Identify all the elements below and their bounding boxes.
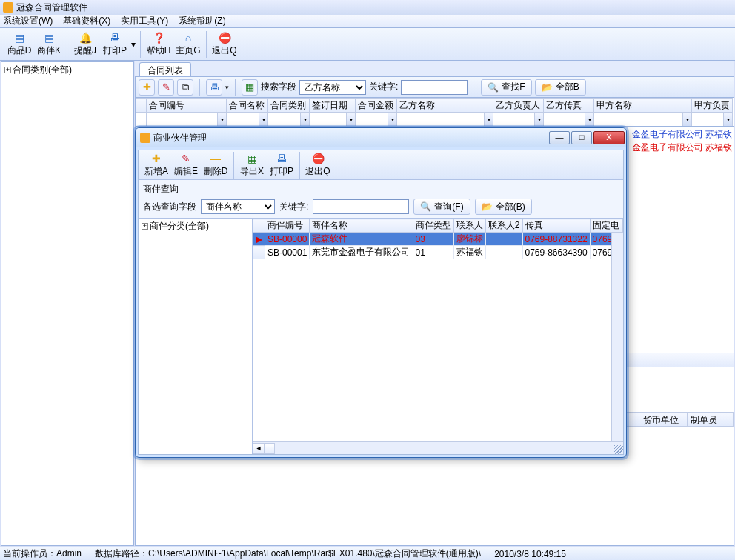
dbpath-label: 数据库路径： (95, 548, 148, 559)
grid-row[interactable]: 金盈电子有限公司 苏福钦 (632, 141, 732, 154)
col-sign-date[interactable]: 签订日期 (310, 99, 356, 113)
resize-grip[interactable] (614, 445, 623, 454)
close-button[interactable]: X (593, 131, 625, 144)
search-field-select[interactable]: 商伴名称 (201, 199, 275, 214)
product-button[interactable]: ▤商品D (4, 30, 34, 59)
status-bar: 当前操作员：Admin 数据库路径：C:\Users\ADMINI~1\AppD… (0, 547, 735, 560)
exit-icon: ⛔ (218, 31, 231, 44)
doc-icon: ▤ (42, 31, 56, 44)
exit-button[interactable]: ⛔退出Q (303, 150, 333, 180)
search-icon: 🔍 (488, 82, 499, 93)
menu-system[interactable]: 系统设置(W) (3, 15, 53, 27)
folder-icon: 📂 (482, 201, 493, 212)
delete-button[interactable]: —删除D (201, 150, 230, 180)
col-contact[interactable]: 联系人 (453, 219, 485, 233)
datetime: 2010/3/8 10:49:15 (494, 549, 566, 559)
col-partner-name[interactable]: 商伴名称 (310, 219, 413, 233)
col-amount[interactable]: 合同金额 (356, 99, 397, 113)
home-button[interactable]: ⌂主页G (173, 30, 203, 59)
edit-icon[interactable]: ✎ (158, 79, 174, 96)
table-row[interactable]: SB-00001 东莞市金盈电子有限公司 01 苏福钦 0769-8663439… (253, 246, 623, 259)
row-indicator: ▶ (253, 233, 265, 246)
remind-button[interactable]: 🔔提醒J (70, 30, 100, 59)
separator (140, 31, 141, 58)
menu-basedata[interactable]: 基础资料(X) (63, 15, 110, 27)
main-toolbar: ▤商品D ▤商伴K 🔔提醒J 🖶打印P ▾ ❓帮助H ⌂主页G ⛔退出Q (0, 28, 735, 61)
keyword-input[interactable] (313, 199, 409, 214)
maximize-button[interactable]: □ (571, 131, 592, 144)
scroll-left[interactable]: ◄ (253, 443, 265, 454)
col-partner-id[interactable]: 商伴编号 (265, 219, 310, 233)
plus-icon: ✚ (150, 152, 163, 165)
tree-root[interactable]: + 合同类别(全部) (1, 62, 133, 78)
tab-row: 合同列表 (135, 61, 734, 76)
expand-icon[interactable]: + (142, 223, 148, 230)
col-party-b-fax[interactable]: 乙方传真 (544, 99, 594, 113)
print-dropdown[interactable]: ▾ (130, 39, 137, 50)
category-tree[interactable]: + 合同类别(全部) (1, 61, 134, 546)
help-icon: ❓ (152, 31, 165, 44)
filter-dropdown[interactable]: ▾ (217, 113, 226, 126)
col-contract-no[interactable]: 合同编号 (147, 99, 227, 113)
scroll-thumb[interactable] (265, 443, 275, 454)
menu-help[interactable]: 系统帮助(Z) (179, 15, 225, 27)
help-button[interactable]: ❓帮助H (144, 30, 173, 59)
tab-contract-list[interactable]: 合同列表 (139, 62, 191, 76)
print-button[interactable]: 🖶打印P (100, 30, 130, 59)
col-partner-type[interactable]: 商伴类型 (413, 219, 453, 233)
print-icon[interactable]: 🖶 (206, 79, 222, 96)
exit-icon: ⛔ (311, 152, 325, 165)
partner-button[interactable]: ▤商伴K (34, 30, 64, 59)
dialog-toolbar: ✚新增A ✎编辑E —删除D ▦导出X 🖶打印P ⛔退出Q (139, 150, 623, 180)
home-icon: ⌂ (182, 31, 195, 44)
col-contact2[interactable]: 联系人2 (485, 219, 522, 233)
query-button[interactable]: 🔍查询(F) (413, 199, 470, 215)
all-button[interactable]: 📂全部(B) (475, 199, 532, 215)
col-fax[interactable]: 传真 (522, 219, 590, 233)
doc-icon: ▤ (13, 31, 26, 44)
minimize-button[interactable]: — (549, 131, 570, 144)
separator (206, 31, 207, 58)
table-row[interactable]: ▶ SB-00000 冠森软件 03 廖锦标 0769-88731322 076… (253, 233, 623, 246)
col-creator[interactable]: 制单员 (688, 413, 734, 426)
pencil-icon: ✎ (179, 152, 193, 165)
horizontal-scrollbar[interactable]: ◄ (253, 441, 623, 454)
partner-grid[interactable]: 商伴编号 商伴名称 商伴类型 联系人 联系人2 传真 固定电 ▶ SB-0000… (253, 219, 623, 454)
print-icon: 🖶 (275, 152, 288, 165)
col-party-b-mgr[interactable]: 乙方负责人 (493, 99, 544, 113)
expand-icon[interactable]: + (4, 67, 11, 73)
col-currency[interactable]: 货币单位 (640, 413, 688, 426)
col-party-a[interactable]: 甲方名称 (594, 99, 692, 113)
contract-grid-header: 合同编号 合同名称 合同类别 签订日期 合同金额 乙方名称 乙方负责人 乙方传真… (135, 97, 734, 127)
menu-tools[interactable]: 实用工具(Y) (121, 15, 168, 27)
col-tel[interactable]: 固定电 (590, 219, 622, 233)
print-button[interactable]: 🖶打印P (267, 150, 296, 180)
search-field-label: 搜索字段 (261, 81, 296, 93)
all-button[interactable]: 📂全部B (535, 79, 586, 96)
col-contract-name[interactable]: 合同名称 (227, 99, 268, 113)
search-icon: 🔍 (420, 201, 431, 212)
copy-icon[interactable]: ⧉ (177, 79, 193, 96)
keyword-input[interactable] (401, 80, 468, 95)
find-button[interactable]: 🔍查找F (481, 79, 531, 96)
dialog-title: 商业伙伴管理 (153, 132, 207, 144)
dialog-titlebar[interactable]: 商业伙伴管理 — □ X (136, 128, 626, 147)
grid-row[interactable]: 金盈电子有限公司 苏福钦 (632, 128, 732, 141)
exit-button[interactable]: ⛔退出Q (210, 30, 239, 59)
excel-icon[interactable]: ▦ (242, 79, 258, 96)
col-contract-type[interactable]: 合同类别 (268, 99, 310, 113)
add-icon[interactable]: ✚ (139, 79, 155, 96)
vertical-scrollbar[interactable] (611, 233, 623, 441)
partner-tree[interactable]: + 商伴分类(全部) (139, 219, 253, 454)
edit-button[interactable]: ✎编辑E (171, 150, 201, 180)
add-button[interactable]: ✚新增A (142, 150, 171, 180)
partner-dialog: 商业伙伴管理 — □ X ✚新增A ✎编辑E —删除D ▦导出X 🖶打印P ⛔退… (135, 127, 627, 458)
col-party-b[interactable]: 乙方名称 (397, 99, 493, 113)
tree-root[interactable]: + 商伴分类(全部) (139, 219, 252, 234)
folder-icon: 📂 (542, 82, 553, 93)
export-button[interactable]: ▦导出X (237, 150, 267, 180)
excel-icon: ▦ (245, 152, 259, 165)
col-party-a-mgr[interactable]: 甲方负责 (692, 99, 733, 113)
search-field-select[interactable]: 乙方名称 (299, 80, 366, 95)
search-bar: ✚ ✎ ⧉ 🖶▾ ▦ 搜索字段 乙方名称 关键字: 🔍查找F 📂全部B (135, 76, 734, 97)
